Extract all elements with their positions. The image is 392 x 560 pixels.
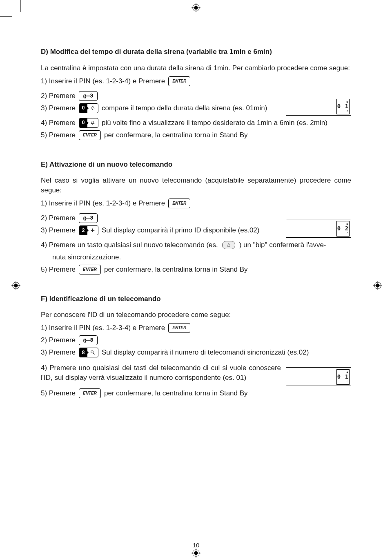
registration-mark-icon bbox=[373, 281, 382, 290]
registration-mark-icon bbox=[192, 3, 200, 12]
step-e2: 2) Premere bbox=[41, 213, 76, 223]
step-d5b: per confermare, la centralina torna in S… bbox=[104, 130, 248, 140]
zero-siren-key: 0 bbox=[79, 118, 98, 128]
step-e4b: ) un "bip" confermerà l'avve- bbox=[239, 240, 326, 250]
step-f5b: per confermare, la centralina torna in S… bbox=[104, 388, 248, 398]
section-f-title: F) Identificazione di un telecomando bbox=[41, 294, 351, 304]
two-plus-key: 2 + bbox=[79, 225, 98, 235]
lcd-display: ✱ 0 1 ⌂ bbox=[286, 367, 351, 386]
section-d-title: D) Modifica del tempo di durata della si… bbox=[41, 47, 351, 57]
wrench-key bbox=[79, 91, 98, 101]
step-e5a: 5) Premere bbox=[41, 265, 76, 274]
step-d1: 1) Inserire il PIN (es. 1-2-3-4) e Preme… bbox=[41, 76, 165, 86]
section-f-intro: Per conoscere l'ID di un telecomando pro… bbox=[41, 310, 351, 320]
enter-key: ENTER bbox=[79, 130, 101, 140]
magnifier-icon bbox=[87, 350, 98, 355]
enter-key: ENTER bbox=[79, 388, 101, 398]
lcd-display: ✱ 0 2 ⌂ bbox=[286, 219, 351, 238]
section-d: D) Modifica del tempo di durata della si… bbox=[41, 47, 351, 140]
registration-mark-icon bbox=[11, 281, 20, 290]
enter-key: ENTER bbox=[168, 323, 190, 333]
zero-siren-key: 0 bbox=[79, 103, 98, 113]
step-e3b: Sul display comparirà il primo ID dispon… bbox=[102, 225, 259, 235]
enter-key: ENTER bbox=[168, 199, 190, 208]
bell-icon bbox=[87, 120, 98, 125]
remote-lock-icon bbox=[222, 241, 235, 249]
step-f3a: 3) Premere bbox=[41, 348, 76, 357]
lcd-display: ✱ 0 1 ⌂ bbox=[286, 97, 351, 116]
step-e4c: nuta sincronizzazione. bbox=[52, 252, 121, 262]
section-d-intro: La centralina è impostata con una durata… bbox=[41, 63, 351, 73]
wrench-key bbox=[79, 213, 98, 223]
eight-search-key: 8 bbox=[79, 348, 98, 357]
bell-icon bbox=[87, 106, 98, 111]
step-d4b: più volte fino a visualizzare il tempo d… bbox=[102, 118, 327, 128]
step-e3a: 3) Premere bbox=[41, 225, 76, 235]
svg-line-18 bbox=[93, 353, 95, 355]
section-e: E) Attivazione di un nuovo telecomando N… bbox=[41, 160, 351, 274]
enter-key: ENTER bbox=[79, 265, 101, 274]
section-e-title: E) Attivazione di un nuovo telecomando bbox=[41, 160, 351, 170]
step-d3b: compare il tempo della durata della sire… bbox=[102, 103, 267, 113]
step-d4a: 4) Premere bbox=[41, 118, 76, 128]
step-f4: 4) Premere uno qualsiasi dei tasti del t… bbox=[41, 363, 281, 383]
step-d5a: 5) Premere bbox=[41, 130, 76, 140]
registration-mark-icon bbox=[192, 549, 200, 558]
step-f5a: 5) Premere bbox=[41, 388, 76, 398]
step-f1: 1) Inserire il PIN (es. 1-2-3-4) e Preme… bbox=[41, 323, 165, 333]
step-f3b: Sul display comparirà il numero di telec… bbox=[102, 348, 309, 357]
step-e1: 1) Inserire il PIN (es. 1-2-3-4) e Preme… bbox=[41, 199, 165, 208]
svg-point-17 bbox=[91, 351, 94, 353]
wrench-key bbox=[79, 335, 98, 345]
plus-icon: + bbox=[87, 225, 98, 235]
step-e4a: 4) Premere un tasto qualsiasi sul nuovo … bbox=[41, 240, 218, 250]
section-e-intro: Nel caso si voglia attivare un nuovo tel… bbox=[41, 176, 351, 195]
step-d3a: 3) Premere bbox=[41, 103, 76, 113]
step-f2: 2) Premere bbox=[41, 335, 76, 345]
step-d2: 2) Premere bbox=[41, 91, 76, 101]
step-e5b: per confermare, la centralina torna in S… bbox=[104, 265, 248, 274]
page-number: 10 bbox=[0, 541, 392, 549]
svg-rect-16 bbox=[227, 245, 230, 247]
enter-key: ENTER bbox=[168, 76, 190, 86]
section-f: F) Identificazione di un telecomando Per… bbox=[41, 294, 351, 399]
